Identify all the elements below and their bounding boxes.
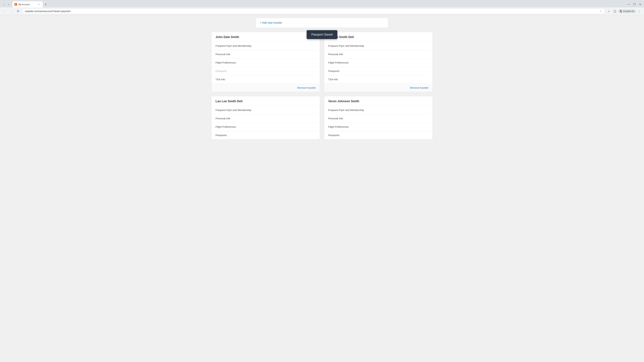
close-button[interactable]: ✕ [637,2,643,7]
option-john-personal-info[interactable]: Personal Info [212,50,320,58]
tab-favicon: E [14,3,17,6]
back-button[interactable]: ← [2,8,8,14]
incognito-label: Incognito (2) [623,10,634,12]
refresh-button[interactable]: ↻ [16,8,21,14]
browser-tab-active[interactable]: E My Account × [12,1,42,7]
option-john-tsa-info[interactable]: TSA Info [212,75,320,83]
toast-message: Passport Saved [311,33,332,36]
option-lauren-personal-info[interactable]: Personal Info [324,50,432,58]
option-veron-flight-preferences[interactable]: Flight Preferences [324,122,432,131]
browser-actions: ☆ ◫ 🕵 Incognito (2) ⋮ [606,8,642,14]
option-john-passports[interactable]: Passports [212,67,320,75]
minimize-button[interactable]: — [626,2,631,7]
tab-nav-back[interactable]: ‹ [1,2,6,7]
option-john-frequent-flyer[interactable]: Frequent Flyer and Membership [212,41,320,50]
traveler-card-veron-johnson-smith: Veron Johnson Smith Frequent Flyer and M… [324,96,433,139]
remove-traveler-lauren[interactable]: Remove traveler [410,86,428,89]
browser-chrome: ‹ › E My Account × + — ❐ ✕ ← → ↻ expedia… [0,0,644,15]
option-lauren-tsa-info[interactable]: TSA Info [324,75,432,83]
option-lauren-frequent-flyer[interactable]: Frequent Flyer and Membership [324,41,432,50]
add-traveler-link[interactable]: + Add new traveler [260,21,282,24]
traveler-card-john-dale-smith: John Dale Smith Frequent Flyer and Membe… [211,32,320,92]
restore-button[interactable]: ❐ [632,2,637,7]
address-bar-row: ← → ↻ expedia.com/user/account/?&selc=pa… [0,7,644,15]
forward-button[interactable]: → [9,8,14,14]
add-traveler-bar: + Add new traveler [256,18,388,28]
traveler-footer-john: Remove traveler [212,83,320,92]
profile-button[interactable]: ◫ [612,8,618,14]
incognito-badge[interactable]: 🕵 Incognito (2) [618,9,636,13]
option-lau-flight-preferences[interactable]: Flight Preferences [212,122,320,131]
traveler-name-john-dale-smith: John Dale Smith [212,32,320,41]
option-lau-frequent-flyer[interactable]: Frequent Flyer and Membership [212,106,320,114]
traveler-name-veron-johnson-smith: Veron Johnson Smith [324,96,432,106]
tab-title: My Account [18,3,36,6]
new-tab-button[interactable]: + [43,2,48,7]
traveler-grid: John Dale Smith Frequent Flyer and Membe… [204,32,440,139]
bookmark-button[interactable]: ☆ [606,8,612,14]
page-content: + Add new traveler John Dale Smith Frequ… [0,15,644,362]
tab-bar: ‹ › E My Account × + — ❐ ✕ [0,0,644,7]
option-lauren-flight-preferences[interactable]: Flight Preferences [324,58,432,67]
option-veron-passports[interactable]: Passports [324,131,432,139]
incognito-icon: 🕵 [620,10,622,12]
tab-nav-forward[interactable]: › [6,2,11,7]
traveler-card-lau-lee-smith-deli: Lau Lee Smith Deli Frequent Flyer and Me… [211,96,320,139]
window-controls: — ❐ ✕ [626,2,643,7]
traveler-name-lau-lee-smith-deli: Lau Lee Smith Deli [212,96,320,106]
address-bar[interactable]: expedia.com/user/account/?&selc=payment … [22,8,605,14]
address-icons: ☆ [600,9,602,13]
traveler-card-lauren-smith-deli: Lauren Smith Deli Frequent Flyer and Mem… [324,32,433,92]
passport-saved-toast: Passport Saved [306,30,337,39]
traveler-footer-lauren: Remove traveler [324,83,432,92]
remove-traveler-john[interactable]: Remove traveler [297,86,316,89]
option-veron-personal-info[interactable]: Personal Info [324,114,432,122]
traveler-name-lauren-smith-deli: Lauren Smith Deli [324,32,432,41]
option-lauren-passports[interactable]: Passports [324,67,432,75]
bookmark-icon[interactable]: ☆ [600,9,602,13]
option-john-flight-preferences[interactable]: Flight Preferences [212,58,320,67]
option-veron-frequent-flyer[interactable]: Frequent Flyer and Membership [324,106,432,114]
tab-close-button[interactable]: × [37,3,40,6]
tab-nav-buttons: ‹ › [1,2,11,7]
address-text: expedia.com/user/account/?&selc=payment [25,10,598,12]
option-lau-personal-info[interactable]: Personal Info [212,114,320,122]
menu-button[interactable]: ⋮ [636,8,642,14]
option-lau-passports[interactable]: Passports [212,131,320,139]
